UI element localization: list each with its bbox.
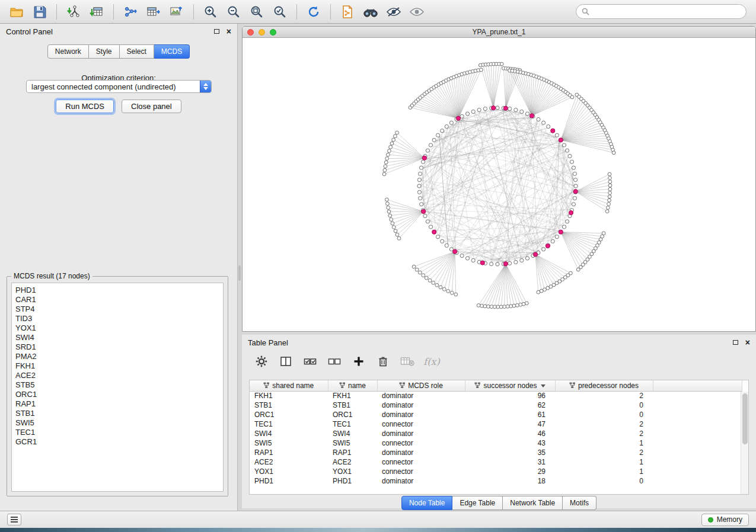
network-node[interactable] xyxy=(423,214,427,217)
network-node[interactable] xyxy=(574,184,578,188)
network-node[interactable] xyxy=(525,257,529,260)
tab-motifs[interactable]: Motifs xyxy=(563,496,596,510)
network-node[interactable] xyxy=(419,197,422,200)
network-node[interactable] xyxy=(477,108,481,112)
table-row[interactable]: STB1STB1dominator620 xyxy=(250,400,742,410)
find-button[interactable] xyxy=(360,3,381,21)
hide-unselected-button[interactable] xyxy=(383,3,404,21)
dominator-node[interactable] xyxy=(529,114,534,118)
network-node[interactable] xyxy=(562,225,566,229)
network-node[interactable] xyxy=(608,177,612,180)
tab-network-table[interactable]: Network Table xyxy=(503,496,563,510)
network-node[interactable] xyxy=(574,178,578,182)
network-node[interactable] xyxy=(605,210,609,213)
table-row[interactable]: SWI4SWI4dominator462 xyxy=(250,429,742,438)
network-node[interactable] xyxy=(415,268,419,271)
import-table-button[interactable] xyxy=(86,3,107,21)
network-node[interactable] xyxy=(572,203,575,206)
table-scrollbar[interactable] xyxy=(741,392,748,494)
column-header-name[interactable]: name xyxy=(328,380,377,391)
network-node[interactable] xyxy=(436,133,440,137)
table-row[interactable]: YOX1YOX1connector291 xyxy=(250,467,742,476)
network-node[interactable] xyxy=(471,110,475,113)
close-panel-button[interactable]: Close panel xyxy=(122,100,181,113)
network-node[interactable] xyxy=(514,260,518,264)
list-item[interactable]: YOX1 xyxy=(15,323,223,333)
table-row[interactable]: PHD1PHD1dominator180 xyxy=(250,476,742,486)
network-node[interactable] xyxy=(465,112,469,116)
dominator-node[interactable] xyxy=(573,190,578,194)
network-node[interactable] xyxy=(390,142,394,145)
network-node[interactable] xyxy=(429,143,432,147)
network-node[interactable] xyxy=(432,281,435,285)
network-node[interactable] xyxy=(608,180,612,184)
dominator-node[interactable] xyxy=(480,261,484,265)
network-node[interactable] xyxy=(426,220,429,223)
network-node[interactable] xyxy=(446,290,450,293)
network-node[interactable] xyxy=(490,305,493,309)
network-node[interactable] xyxy=(506,305,509,308)
network-node[interactable] xyxy=(608,172,611,176)
show-columns-button[interactable] xyxy=(277,354,295,369)
network-node[interactable] xyxy=(387,206,390,210)
dominator-node[interactable] xyxy=(453,249,457,254)
network-node[interactable] xyxy=(512,304,516,307)
vertical-splitter[interactable] xyxy=(238,24,242,511)
refresh-layout-button[interactable] xyxy=(303,3,324,21)
network-node[interactable] xyxy=(387,210,391,213)
network-node[interactable] xyxy=(515,303,519,307)
network-node[interactable] xyxy=(570,160,573,164)
tab-select[interactable]: Select xyxy=(120,44,154,59)
export-table-button[interactable] xyxy=(143,3,164,21)
network-node[interactable] xyxy=(547,125,550,129)
network-node[interactable] xyxy=(508,107,512,111)
list-item[interactable]: ORC1 xyxy=(15,390,223,399)
network-node[interactable] xyxy=(542,248,546,251)
unselect-all-columns-button[interactable] xyxy=(326,354,343,369)
run-mcds-button[interactable]: Run MCDS xyxy=(56,100,114,113)
network-node[interactable] xyxy=(388,149,391,153)
dominator-node[interactable] xyxy=(422,209,426,213)
save-session-button[interactable] xyxy=(29,3,50,21)
network-node[interactable] xyxy=(480,68,483,72)
network-node[interactable] xyxy=(542,121,546,124)
network-node[interactable] xyxy=(608,191,612,195)
network-node[interactable] xyxy=(428,279,432,283)
list-item[interactable]: PMA2 xyxy=(15,352,223,361)
tab-mcds[interactable]: MCDS xyxy=(154,44,190,59)
import-network-button[interactable] xyxy=(63,3,84,21)
dominator-node[interactable] xyxy=(546,244,550,248)
network-node[interactable] xyxy=(568,154,572,158)
list-item[interactable]: STB5 xyxy=(15,380,223,390)
network-node[interactable] xyxy=(483,305,487,308)
delete-column-button[interactable] xyxy=(374,354,392,369)
network-node[interactable] xyxy=(493,305,496,309)
network-node[interactable] xyxy=(573,172,576,175)
tab-node-table[interactable]: Node Table xyxy=(401,496,453,510)
list-item[interactable]: RAP1 xyxy=(15,399,223,409)
float-window-icon[interactable] xyxy=(733,340,738,345)
dominator-node[interactable] xyxy=(569,211,573,215)
network-node[interactable] xyxy=(520,110,524,113)
show-all-button[interactable] xyxy=(406,3,428,21)
network-node[interactable] xyxy=(395,233,399,236)
network-node[interactable] xyxy=(490,262,493,266)
column-header-successor-nodes[interactable]: successor nodes xyxy=(465,380,555,391)
float-window-icon[interactable] xyxy=(214,29,219,34)
create-column-button[interactable] xyxy=(350,354,368,369)
network-node[interactable] xyxy=(420,203,423,206)
network-node[interactable] xyxy=(425,276,428,280)
network-node[interactable] xyxy=(384,161,388,164)
network-node[interactable] xyxy=(441,239,444,243)
zoom-selected-button[interactable] xyxy=(269,3,291,21)
network-node[interactable] xyxy=(450,291,454,294)
network-node[interactable] xyxy=(418,271,422,274)
zoom-out-button[interactable] xyxy=(223,3,244,21)
clone-network-button[interactable] xyxy=(337,3,358,21)
export-network-button[interactable] xyxy=(120,3,141,21)
network-node[interactable] xyxy=(471,258,475,262)
network-node[interactable] xyxy=(449,121,453,124)
status-menu-button[interactable] xyxy=(7,514,21,525)
dominator-node[interactable] xyxy=(559,138,563,142)
network-node[interactable] xyxy=(426,149,429,152)
